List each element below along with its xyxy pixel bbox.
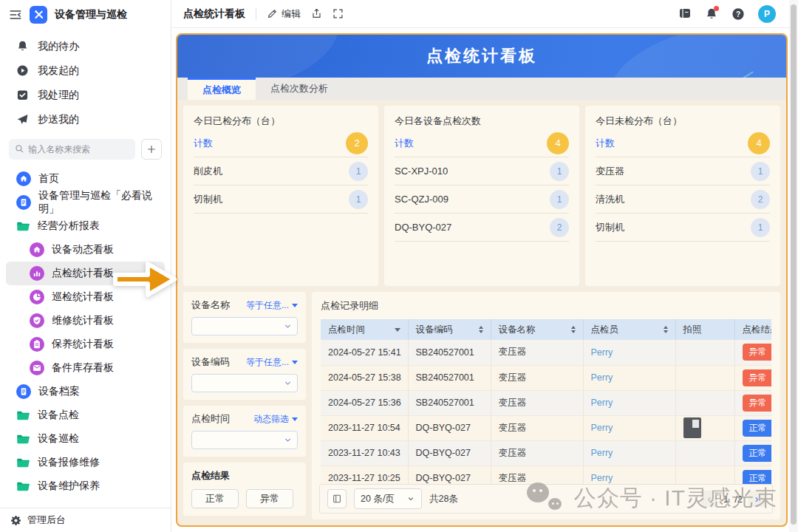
chevron-down-icon — [283, 321, 293, 331]
table-row: 2024-05-27 15:41SB240527001变压器Perry异常 — [321, 340, 771, 365]
result-badge: 正常 — [743, 420, 772, 437]
stat-row-label: 削皮机 — [194, 165, 222, 178]
journal-button[interactable] — [678, 7, 692, 21]
inspector-link[interactable]: Perry — [591, 398, 613, 408]
tab-inspection-overview[interactable]: 点检概览 — [188, 78, 256, 100]
inspector-link[interactable]: Perry — [591, 347, 613, 358]
avatar[interactable]: P — [758, 5, 776, 23]
column-header-点检员[interactable]: 点检员 — [583, 319, 675, 340]
cell-device-name: 变压器 — [491, 415, 583, 440]
topbar: 点检统计看板 编辑 ? P — [171, 0, 798, 28]
scrollbar-thumb[interactable] — [791, 4, 797, 525]
device-name-filter-select[interactable] — [191, 317, 298, 335]
column-label: 点检员 — [591, 324, 619, 336]
sidebar-item-我发起的[interactable]: 我发起的 — [0, 58, 171, 83]
prev-page-button[interactable]: ‹ — [701, 491, 717, 507]
filter-operator[interactable]: 等于任意... — [246, 299, 298, 312]
book-icon — [678, 7, 692, 19]
share-button[interactable] — [311, 8, 322, 19]
search-input[interactable] — [28, 144, 129, 154]
cell-photo — [675, 390, 734, 415]
inspector-link[interactable]: Perry — [591, 448, 613, 458]
column-header-设备编码[interactable]: 设备编码 — [408, 319, 491, 340]
stat-row: 清洗机2 — [596, 185, 770, 214]
edit-button[interactable]: 编辑 — [267, 7, 301, 21]
sort-icon[interactable] — [664, 326, 668, 333]
sidebar-item-我的待办[interactable]: 我的待办 — [0, 34, 171, 58]
photo-thumbnail[interactable] — [683, 417, 701, 438]
help-button[interactable]: ? — [732, 7, 745, 21]
sort-icon[interactable] — [479, 326, 483, 333]
cell-inspection-time: 2024-05-27 15:41 — [321, 340, 408, 365]
cell-result: 异常 — [734, 365, 771, 390]
sidebar-item-我处理的[interactable]: 我处理的 — [0, 83, 171, 107]
sidebar-item-抄送我的[interactable]: 抄送我的 — [0, 107, 171, 132]
sidebar-header: 设备管理与巡检 — [0, 0, 171, 30]
current-page[interactable]: 1 — [723, 494, 729, 505]
dashboard-panel: 点检统计看板 点检概览 点检次数分析 今日已检分布（台）计数2削皮机1切制机1今… — [176, 33, 788, 527]
filter-header: 点检时间动态筛选 — [191, 412, 298, 426]
expand-icon — [332, 8, 344, 19]
filter-label: 点检结果 — [191, 469, 298, 482]
sort-desc-icon[interactable] — [395, 328, 400, 335]
filter-operator[interactable]: 等于任意... — [246, 356, 298, 369]
sidebar-item-label: 设备维护保养 — [38, 480, 100, 493]
sort-icon[interactable] — [571, 326, 576, 333]
window-scrollbar[interactable] — [789, 0, 798, 532]
add-button[interactable] — [141, 139, 162, 160]
table-view-button[interactable] — [327, 489, 347, 508]
bar-chart-icon — [30, 266, 44, 281]
folder-icon — [16, 409, 30, 421]
collapse-sidebar-icon[interactable] — [9, 8, 22, 21]
sidebar-item-label: 首页 — [38, 172, 59, 185]
stat-row-label: DQ-BYQ-027 — [395, 222, 451, 233]
inspection-time-filter-select[interactable] — [191, 431, 298, 449]
quick-menu: 我的待办我发起的我处理的抄送我的 — [0, 30, 171, 133]
cell-inspector: Perry — [583, 415, 675, 440]
sidebar-item-设备档案[interactable]: 设备档案 — [6, 380, 165, 403]
sidebar-item-设备巡检[interactable]: 设备巡检 — [6, 427, 165, 451]
inspector-link[interactable]: Perry — [591, 473, 613, 483]
tab-inspection-count-analysis[interactable]: 点检次数分析 — [256, 78, 343, 100]
sidebar-item-设备管理与巡检「必看说明」[interactable]: 设备管理与巡检「必看说明」 — [6, 191, 165, 214]
stat-row: SC-XPJ-0101 — [395, 157, 569, 185]
stat-row-label: 切制机 — [596, 221, 624, 234]
filter-label: 点检时间 — [191, 412, 230, 426]
result-option-异常[interactable]: 异常 — [246, 489, 293, 508]
count-badge: 1 — [550, 190, 569, 209]
filter-operator[interactable]: 动态筛选 — [253, 413, 298, 426]
column-header-设备名称[interactable]: 设备名称 — [491, 319, 583, 340]
sidebar-item-经营分析报表[interactable]: 经营分析报表 — [6, 214, 165, 238]
sidebar-item-首页[interactable]: 首页 — [6, 167, 165, 191]
stat-row-label: SC-XPJ-010 — [395, 166, 448, 177]
inspector-link[interactable]: Perry — [591, 423, 613, 433]
admin-backend-entry[interactable]: 管理后台 — [0, 508, 171, 532]
page-size-select[interactable]: 20 条/页 — [354, 488, 422, 509]
notifications-button[interactable] — [705, 7, 718, 21]
filter-operator-label: 动态筛选 — [253, 413, 289, 426]
fullscreen-button[interactable] — [332, 8, 344, 19]
next-page-button[interactable]: › — [748, 491, 765, 507]
sidebar-item-设备点检[interactable]: 设备点检 — [6, 403, 165, 427]
sidebar-item-设备维护保养[interactable]: 设备维护保养 — [6, 474, 165, 498]
sidebar-item-label: 经营分析报表 — [38, 219, 100, 233]
share-icon — [311, 8, 322, 19]
stat-row-label: 清洗机 — [596, 193, 624, 206]
cell-device-code: DQ-BYQ-027 — [408, 415, 491, 440]
search-input-box[interactable] — [9, 139, 135, 160]
stat-row: 变压器1 — [596, 157, 770, 185]
sidebar-item-设备报修维修[interactable]: 设备报修维修 — [6, 451, 165, 474]
sidebar-item-备件库存看板[interactable]: 备件库存看板 — [6, 356, 165, 380]
column-header-点检时间[interactable]: 点检时间 — [321, 319, 408, 340]
chevron-down-icon — [283, 378, 293, 388]
column-header-点检结果: 点检结果 — [734, 319, 771, 340]
sidebar-item-维修统计看板[interactable]: 维修统计看板 — [6, 309, 165, 332]
result-option-正常[interactable]: 正常 — [191, 489, 239, 508]
inspector-link[interactable]: Perry — [591, 372, 613, 383]
device-code-filter-select[interactable] — [191, 374, 298, 392]
cell-photo — [675, 365, 734, 390]
admin-backend-label: 管理后台 — [27, 514, 66, 527]
sidebar-item-保养统计看板[interactable]: 保养统计看板 — [6, 332, 165, 356]
column-header-拍照: 拍照 — [675, 319, 734, 340]
pencil-icon — [267, 8, 278, 19]
